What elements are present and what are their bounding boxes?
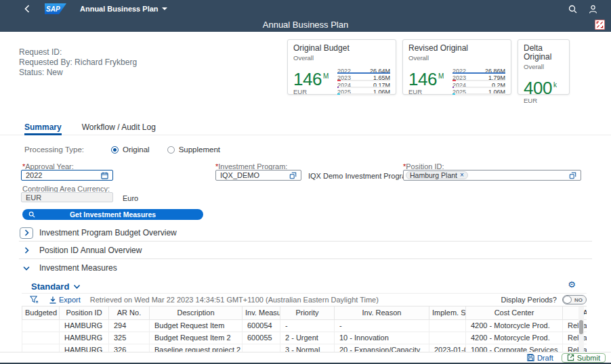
radio-original[interactable]: Original [111,145,150,154]
shell-bar: SAP Annual Business Plan [0,0,611,18]
export-label: Export [59,296,81,304]
value-help-icon[interactable] [569,172,576,179]
submit-button[interactable]: Submit [562,353,606,363]
back-button[interactable] [22,3,33,14]
search-icon[interactable] [568,5,577,14]
app-title-menu[interactable]: Annual Business Plan [80,5,167,13]
svg-text:SAP: SAP [46,5,60,13]
status-text: Status: New [19,68,137,76]
investment-measures-table: Budgeted Position ID AR No. Description … [22,306,587,352]
tab-workflow-audit-log[interactable]: Workflow / Audit Log [82,122,156,135]
chevron-down-icon[interactable] [20,263,33,274]
col-position-id[interactable]: Position ID [60,306,109,319]
retrieved-timestamp: Retrieved on Wed Mar 22 2023 14:34:51 GM… [90,296,379,304]
controlling-area-value: EUR [26,194,41,202]
tab-summary[interactable]: Summary [24,122,62,135]
approval-year-input[interactable]: 2022 [21,170,113,181]
app-title-label: Annual Business Plan [80,5,159,13]
radio-dot [167,146,175,154]
submit-icon [567,354,574,361]
card-revised-original[interactable]: Revised Original Overall 146M EUR 202226… [402,39,511,95]
user-icon[interactable] [589,5,597,14]
filter-icon[interactable] [30,296,39,304]
request-id-text: Request ID: [19,48,137,56]
shell-actions [568,5,602,14]
approval-year-value: 2022 [26,171,42,179]
investment-program-input[interactable]: IQX_DEMO [215,170,301,181]
position-token[interactable]: Hamburg Plant × [406,171,468,179]
download-icon [49,296,56,304]
calendar-icon[interactable] [101,172,108,179]
card-subtitle: Overall [408,54,505,62]
requested-by-text: Requested By: Richard Frykberg [19,58,137,66]
section-title: Investment Measures [39,263,117,273]
card-original-budget[interactable]: Original Budget Overall 146M EUR 202226.… [287,39,396,95]
submit-label: Submit [577,354,600,362]
sap-logo: SAP [45,3,66,14]
chevron-right-icon[interactable] [20,244,33,256]
section-investment-program-budget-overview[interactable]: Investment Program Budget Overview [19,225,592,242]
display-periods-toggle[interactable]: NO [562,295,587,304]
page-title: Annual Business Plan [263,20,348,30]
table-scrollbar[interactable] [578,306,584,352]
col-implem-start[interactable]: Implem. Start [429,306,466,319]
chevron-down-icon [73,284,81,290]
col-inv-measure[interactable]: Inv. Measure [243,306,280,319]
card-subtitle: Overall [293,54,390,62]
col-priority[interactable]: Priority [280,306,335,319]
currency-description: Euro [123,194,138,202]
annual-business-plan-screen: SAP Annual Business Plan Annual Business… [0,0,611,364]
request-info-block: Request ID: Requested By: Richard Frykbe… [19,48,137,78]
section-investment-measures[interactable]: Investment Measures [19,259,592,277]
kpi-cards: Original Budget Overall 146M EUR 202226.… [287,39,570,95]
section-title: Position ID Annual Overview [39,246,142,255]
token-label: Hamburg Plant [410,171,457,179]
table-row[interactable]: HAMBURG325 Budget Request Item 26000552 … [22,332,587,344]
col-ar-no[interactable]: AR No. [109,306,150,319]
toggle-state: NO [574,297,583,303]
button-label: Get Investment Measures [70,210,156,219]
draft-button[interactable]: Draft [527,354,553,362]
table-header-row: Budgeted Position ID AR No. Description … [22,306,587,319]
col-cost-center[interactable]: Cost Center [466,306,563,319]
col-inv-reason[interactable]: Inv. Reason [335,306,429,319]
kpi-value: 400k EUR [524,77,556,104]
export-button[interactable]: Export [49,296,81,304]
comparison-microchart: 202226.86M 20231.79M 20240.2M 20251.06M [452,68,505,95]
page-header-band: Annual Business Plan [0,18,611,32]
investment-program-value: IQX_DEMO [220,171,259,179]
comparison-microchart: 202226.64M 20231.65M 20240.17M 20251.06M [337,68,390,95]
table-row[interactable]: HAMBURG294 Budget Request Item600054- -4… [22,319,587,332]
position-id-input[interactable]: Hamburg Plant × [403,170,581,181]
col-description[interactable]: Description [150,306,243,319]
section-position-id-annual-overview[interactable]: Position ID Annual Overview [19,242,592,259]
footer-bar: Draft Submit [0,352,611,363]
chevron-right-icon[interactable] [20,227,33,239]
toggle-knob [563,296,572,304]
display-periods-label: Display Periods? [501,296,557,304]
processing-type-label: Processing Type: [24,145,84,154]
draft-label: Draft [537,354,553,362]
card-delta-original[interactable]: Delta Original Overall 400k EUR [518,39,570,95]
tab-strip: Summary Workflow / Audit Log [0,122,611,135]
view-selector[interactable]: Standard [31,281,81,292]
col-budgeted[interactable]: Budgeted [22,306,60,319]
back-chevron-icon [24,5,30,13]
chevron-down-icon [162,7,167,10]
get-investment-measures-button[interactable]: Get Investment Measures [22,209,203,220]
token-remove-icon[interactable]: × [460,172,464,179]
exit-fullscreen-icon[interactable] [595,20,605,30]
card-subtitle: Overall [524,63,564,70]
gear-icon[interactable]: ⚙ [568,280,576,289]
table-toolbar: Export Retrieved on Wed Mar 22 2023 14:3… [22,293,587,306]
radio-supplement[interactable]: Supplement [167,145,220,154]
investment-program-description: IQX Demo Investment Program [308,172,412,180]
value-help-icon[interactable] [289,172,297,179]
card-title: Delta Original [524,44,564,62]
scrollbar-thumb[interactable] [579,320,583,334]
radio-dot [111,146,119,154]
view-name: Standard [31,281,69,292]
kpi-value: 146M EUR [408,68,444,95]
card-title: Original Budget [293,44,390,53]
section-title: Investment Program Budget Overview [39,228,177,237]
